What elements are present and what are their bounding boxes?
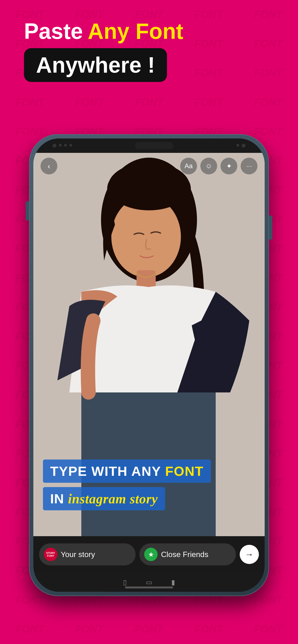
notch-left [53,144,72,148]
story-font-app-icon: STORYFONT [44,548,57,561]
ear-speaker [236,144,239,146]
next-icon: → [245,549,254,560]
watermark-cell: FONT [179,615,238,644]
story-italic-text: instagram story [68,492,158,506]
story-line2: IN instagram story [43,487,165,510]
watermark-cell: FONT [119,88,179,117]
speaker-slot [135,142,174,149]
sensor-dot [59,144,62,146]
headline-paste: Paste [24,19,83,43]
watermark-cell: FONT [238,0,298,29]
effects-icon: ✦ [226,162,232,170]
back-nav-icon: ▯ [123,578,127,586]
phone-outer: ‹ Aa ☺ ✦ ··· [29,134,269,596]
watermark-cell: FONT [0,615,60,644]
phone-inner: ‹ Aa ☺ ✦ ··· [33,138,265,592]
watermark-cell: FONT [0,88,60,117]
story-line2-text: IN instagram story [50,491,158,506]
watermark-cell: FONT [119,615,179,644]
emoji-tool-button[interactable]: ☺ [200,158,217,174]
close-friends-label: Close Friends [161,550,208,559]
toolbar-right-icons: Aa ☺ ✦ ··· [180,158,257,174]
phone-wrapper: ‹ Aa ☺ ✦ ··· [29,134,269,596]
story-bottom-bar: STORYFONT Your story ★ Close Friends → [33,536,265,572]
anywhere-text: Anywhere ! [36,53,155,77]
your-story-label: Your story [61,550,95,559]
front-camera-dot [53,144,56,148]
notch-right [236,144,245,148]
watermark-cell: FONT [238,29,298,58]
next-button[interactable]: → [240,545,259,564]
sensor-dot3 [69,144,72,146]
effects-tool-button[interactable]: ✦ [221,158,237,174]
more-tool-button[interactable]: ··· [241,158,257,174]
font-icon: Aa [185,162,193,170]
watermark-cell: FONT [238,88,298,117]
home-nav-icon: ▭ [146,578,152,586]
close-friends-icon: ★ [144,548,158,561]
emoji-icon: ☺ [205,162,212,170]
story-font-icon-text: STORYFONT [46,552,55,557]
story-toolbar: ‹ Aa ☺ ✦ ··· [33,158,265,174]
headline: Paste Any Font [24,19,183,43]
watermark-cell: FONT [179,29,238,58]
close-friends-button[interactable]: ★ Close Friends [139,544,236,566]
watermark-cell: FONT [238,58,298,87]
watermark-cell: FONT [60,88,119,117]
watermark-cell: FONT [60,615,119,644]
story-screen: ‹ Aa ☺ ✦ ··· [33,153,265,572]
watermark-cell: FONT [179,0,238,29]
phone-top-bar [33,138,265,153]
sensor-dot2 [64,144,67,146]
back-button[interactable]: ‹ [41,158,57,174]
watermark-cell: FONT [238,615,298,644]
watermark-cell: FONT [179,58,238,87]
phone-bottom-bar: ▯ ▭ ▮ [33,572,265,592]
header-section: Paste Any Font Anywhere ! [24,19,183,82]
recents-nav-icon: ▮ [171,578,175,586]
more-icon: ··· [246,162,252,170]
watermark-cell: FONT [179,88,238,117]
proximity-sensor [242,144,245,148]
anywhere-box: Anywhere ! [24,48,167,82]
headline-any-font: Any Font [88,19,184,43]
back-icon: ‹ [48,162,50,170]
font-highlight: FONT [165,464,203,479]
home-indicator [125,586,173,588]
story-text-overlay: TYPE WITH ANY FONT IN instagram story [33,460,265,510]
story-line1: TYPE WITH ANY FONT [43,460,211,483]
font-tool-button[interactable]: Aa [180,158,197,174]
story-line1-text: TYPE WITH ANY FONT [50,464,204,479]
your-story-button[interactable]: STORYFONT Your story [39,544,135,566]
star-symbol: ★ [148,550,154,558]
